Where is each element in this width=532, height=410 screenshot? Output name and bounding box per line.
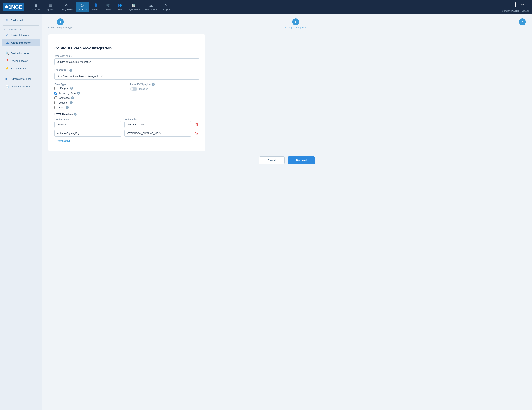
sidebar-item-cloud-integrator[interactable]: ☁ Cloud Integrator (1, 39, 40, 46)
error-checkbox[interactable] (54, 106, 57, 109)
dashboard-icon: ⊞ (35, 3, 37, 8)
header-value-0[interactable] (124, 121, 191, 128)
nav-ince-os[interactable]: ⬡ INCE OS (76, 2, 89, 12)
header-value-1[interactable] (124, 130, 191, 137)
nav-performance[interactable]: ☁ Performance (142, 2, 159, 12)
step-3-block: ✓ (519, 19, 526, 25)
location-label[interactable]: Location (59, 101, 68, 104)
parse-json-toggle-row: Disabled (130, 87, 199, 91)
nav-org-label: Organisation (128, 8, 140, 10)
sidebar-item-device-integrator[interactable]: ⚙ Device Integrator (1, 31, 40, 39)
nav-mysims[interactable]: ▤ My SIMs (44, 2, 57, 12)
logout-button[interactable]: Logout (515, 2, 529, 7)
nav-dashboard[interactable]: ⊞ Dashboard (28, 2, 44, 12)
error-info-icon[interactable]: i (66, 106, 69, 109)
logo-text: 1NCE (9, 4, 22, 10)
sidebar-divider-3 (3, 74, 39, 74)
device-locator-icon: 📍 (5, 59, 9, 62)
http-headers-info-icon[interactable]: i (74, 113, 77, 116)
nav-mysims-label: My SIMs (47, 8, 55, 10)
geofence-info-icon[interactable]: i (71, 97, 74, 99)
telemetry-label[interactable]: Telemetry Data (59, 92, 76, 95)
parse-json-toggle[interactable] (130, 87, 137, 91)
account-icon: 👤 (94, 3, 98, 8)
location-info-icon[interactable]: i (70, 101, 73, 104)
telemetry-checkbox[interactable] (54, 92, 57, 95)
nav-ince-os-label: INCE OS (78, 8, 87, 10)
http-headers-title: HTTP Headers i (54, 113, 199, 116)
integration-name-input[interactable] (54, 59, 199, 65)
location-row: Location i (54, 101, 124, 104)
sidebar-item-device-locator[interactable]: 📍 Device Locator (1, 57, 40, 64)
nav-support-label: Support (162, 8, 170, 10)
sidebar-device-integrator-label: Device Integrator (11, 34, 30, 36)
nav-users[interactable]: 👥 Users (114, 2, 124, 12)
geofence-checkbox[interactable] (54, 97, 57, 99)
nav-dashboard-label: Dashboard (31, 8, 41, 10)
endpoint-url-group: Endpoint URL i (54, 69, 199, 79)
step-3-circle: ✓ (519, 19, 526, 25)
lifecycle-label[interactable]: Lifecycle (59, 87, 69, 90)
location-checkbox[interactable] (54, 101, 57, 104)
delete-header-0[interactable]: 🗑 (194, 122, 199, 127)
admin-logs-icon: ≡ (5, 77, 9, 80)
sidebar-item-documentation[interactable]: 📄 Documentation ↗ (1, 83, 40, 90)
lifecycle-checkbox[interactable] (54, 87, 57, 90)
sidebar-cloud-integrator-label: Cloud Integrator (11, 41, 31, 44)
cancel-button[interactable]: Cancel (259, 156, 285, 164)
cloud-integrator-icon: ☁ (6, 41, 10, 44)
geofence-label[interactable]: Geofence (59, 97, 70, 99)
iot-integrator-label: IoT Integrator (0, 27, 42, 31)
app-body: ⊞ Dashboard IoT Integrator ⚙ Device Inte… (0, 14, 532, 410)
error-row: Error i (54, 106, 124, 109)
header-row-1: 🗑 (54, 130, 199, 137)
energy-saver-icon: ⚡ (5, 67, 9, 70)
progress-steps: 1 Choose integration type 2 Configure in… (48, 19, 526, 29)
event-type-label: Event Type (54, 83, 124, 86)
parse-json-col: Parse JSON payload i Disabled (130, 83, 199, 113)
lifecycle-row: Lifecycle i (54, 87, 124, 90)
support-icon: ? (165, 3, 167, 8)
header-name-1[interactable] (54, 130, 121, 137)
step-2-block: 2 Configure integration (285, 19, 306, 29)
mysims-icon: ▤ (49, 3, 52, 8)
header-cols-labels: Header Name Header Value (54, 118, 199, 120)
sidebar-energy-saver-label: Energy Saver (11, 67, 26, 70)
main-content: 1 Choose integration type 2 Configure in… (42, 14, 532, 410)
org-icon: 🏢 (132, 3, 136, 8)
sidebar-device-locator-label: Device Locator (11, 59, 28, 62)
header-name-0[interactable] (54, 121, 121, 128)
telemetry-info-icon[interactable]: i (77, 92, 80, 95)
nav-perf-label: Performance (145, 8, 157, 10)
endpoint-url-input[interactable] (54, 73, 199, 79)
endpoint-info-icon[interactable]: i (69, 69, 72, 72)
parse-json-info-icon[interactable]: i (152, 83, 155, 86)
sidebar-item-energy-saver[interactable]: ⚡ Energy Saver (1, 65, 40, 72)
nav-orders-label: Orders (105, 8, 112, 10)
form-title: Configure Webhook Integration (54, 46, 199, 50)
sidebar-item-device-inspector[interactable]: 🔍 Device Inspector (1, 49, 40, 57)
sidebar-item-admin-logs[interactable]: ≡ Administrator Logs (1, 75, 40, 82)
top-nav: 1NCE ⊞ Dashboard ▤ My SIMs ⚙ Configurati… (0, 0, 532, 14)
back-arrow[interactable]: ← (54, 40, 58, 44)
error-label[interactable]: Error (59, 106, 64, 109)
device-integrator-icon: ⚙ (5, 33, 9, 37)
lifecycle-info-icon[interactable]: i (70, 87, 73, 90)
nav-right: Logout Company: Oubitro | ID: 8104 (502, 2, 529, 12)
nav-configuration[interactable]: ⚙ Configuration (58, 2, 75, 12)
new-header-button[interactable]: + New header (54, 139, 70, 142)
delete-header-1[interactable]: 🗑 (194, 130, 199, 136)
header-value-col-label: Header Value (124, 118, 189, 120)
nav-support[interactable]: ? Support (160, 2, 172, 12)
header-row-0: 🗑 (54, 121, 199, 128)
footer-buttons: Cancel Proceed (48, 156, 526, 164)
nav-items: ⊞ Dashboard ▤ My SIMs ⚙ Configuration ⬡ … (28, 2, 502, 12)
sidebar-admin-logs-label: Administrator Logs (11, 78, 31, 80)
sidebar-item-dashboard[interactable]: ⊞ Dashboard (1, 17, 40, 24)
nav-orders[interactable]: 🛒 Orders (103, 2, 114, 12)
proceed-button[interactable]: Proceed (288, 156, 315, 164)
sidebar-dashboard-label: Dashboard (11, 19, 23, 22)
nav-account[interactable]: 👤 Account (90, 2, 102, 12)
step-1-label: Choose integration type (48, 26, 73, 29)
nav-organisation[interactable]: 🏢 Organisation (125, 2, 142, 12)
